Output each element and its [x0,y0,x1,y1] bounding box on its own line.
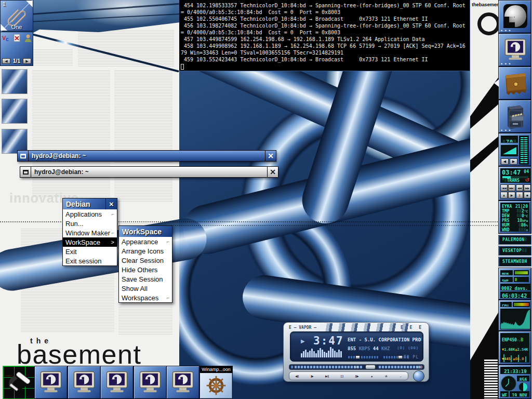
terminal-miniwindow-1[interactable] [34,366,68,399]
menu-item-show-all[interactable]: Show All [119,284,172,293]
menu-item-applications[interactable]: Applications⌐ [63,209,117,219]
menu-item-run-[interactable]: Run... [63,219,117,228]
next-button[interactable]: ||▶ [355,375,359,378]
dock-clock-app[interactable]: 21:33:19 856 WE 19 NOV [498,365,531,399]
dock-gnustep-icon[interactable]: • • • [498,0,531,33]
skip-back-button[interactable]: |◀◀ [500,184,508,191]
dock-filecabinet-launcher[interactable]: • • • [498,100,531,133]
terminal-monitor-icon [503,38,527,62]
winamp-shade-buttons[interactable]: E E E [401,325,423,330]
seek-bar[interactable]: 0 50 100 [289,364,424,370]
clock-counter: 856 [517,376,529,381]
terminal-miniwindow-2[interactable] [68,366,101,399]
graph-button[interactable]: ılı [385,375,387,378]
root-menu-title-text: Debian [66,200,90,208]
workspace-pager[interactable]: Vc ◀ 1/1 ▶ [0,32,33,66]
dock-net-app[interactable]: ENP4S0▼▲B ▼1.68K▲2.54K ▼445 ▲66.0 [498,331,531,365]
terminal-miniwindow-3[interactable] [100,366,134,399]
winamp-display: ▶ 3:47 ENT - S.U. CORPORATION PROUDLY 85… [290,331,423,362]
stop-button[interactable]: [ ] [341,375,343,378]
dock-weather-app[interactable]: EYKA21|20TMP882°CDEW880°CPRS10hPaHUM886%… [498,201,531,234]
vc-app-icon[interactable]: Vc [2,34,10,42]
terminal-line: 458 103.449908962 192.168.1.189 → 162.25… [181,43,468,49]
workspace-clip[interactable]: 1 One [0,0,33,31]
fast-forward-button[interactable]: ▶▶ [524,184,531,191]
window-title[interactable]: hydroJ@debian: ~ [31,166,267,178]
close-button[interactable]: ✕ [267,166,278,178]
winamp-miniwindow[interactable]: Winamp...oon [200,366,233,399]
terminal-monitor-icon [72,370,96,394]
pager-prev-button[interactable]: ◀ [2,58,10,64]
wallpaper-barcode [484,358,498,399]
menu-item-exit-session[interactable]: Exit session [63,256,117,265]
gnustep-tool-icon[interactable] [3,366,36,399]
pause-button[interactable]: || [516,192,523,198]
window-title-text: hydroJ@debian: ~ [34,168,89,176]
mixer-prev-button[interactable]: ◀ [501,158,509,165]
menu-close-icon[interactable]: × [105,198,117,209]
window-titlebar-focused[interactable]: hydroJ@debian: ~ ✕ [17,150,276,162]
terminal-line: 454 102.198533357 TechnicolorD_10:84:bd … [181,2,468,9]
window-titlebar-unfocused[interactable]: hydroJ@debian: ~ ✕ [20,166,278,178]
terminal-window[interactable]: 454 102.198533357 TechnicolorD_10:84:bd … [179,0,470,71]
prev-button[interactable]: ◀|| [295,375,299,378]
menu-item-workspaces[interactable]: Workspaces⌐ [119,293,172,302]
workspace-number: 1 [3,1,6,7]
dock-terminal-launcher[interactable]: • • • [498,33,531,66]
stop-button[interactable]: ■ [524,192,531,198]
pager-next-button[interactable]: ▶ [23,58,31,64]
terminal-line: = 0/4000/a0:b5:3c:10:84:bd Cost = 0 Port… [181,9,468,16]
terminal-miniwindow-4[interactable] [134,366,167,399]
wallpaper-right-panel: thebasement [470,0,499,399]
eject-button[interactable]: ▲ [370,375,373,378]
workspace-submenu-title[interactable]: WorkSpace [119,226,172,237]
menu-item-window-maker[interactable]: Window Maker⌐ [63,228,117,237]
winamp-player[interactable]: E — VAPOR — E E E ▶ 3:47 ENT - S.U. CORP… [283,322,429,382]
skip-forward-button[interactable]: ▶▶| [508,184,515,191]
menu-item-arrange-icons[interactable]: Arrange Icons [119,246,172,256]
menu-item-workspace[interactable]: WorkSpace> [63,237,117,247]
seek-handle[interactable] [365,365,376,369]
play-button[interactable]: ▶ [508,192,515,198]
eject-button[interactable]: ▲ [500,192,508,198]
dock-sysmon-app[interactable]: MEM SWP 0002 days, 06:03:42 [498,268,531,300]
volume-wedge[interactable] [501,145,518,156]
play-button[interactable]: |▶ [311,375,313,378]
menu-item-exit[interactable]: Exit [63,247,117,256]
rewind-button[interactable]: ◀◀ [516,184,523,191]
winamp-orb-button[interactable] [413,370,424,382]
winamp-transport-buttons[interactable]: ◀|||▶▶||[ ]||▶▲ılı→ [289,371,408,380]
dock-transclock-app[interactable]: 03:47 04 *8TRANS ↺ |◀◀ ▶▶| ◀◀ ▶▶ ▲ ▶ || … [498,166,531,201]
dock-mixer-app[interactable]: 8708 ◀ ▶ [498,133,531,166]
menu-item-clear-session[interactable]: Clear Session [119,256,172,265]
balance-slider[interactable] [348,355,379,359]
vu-meter [519,136,529,165]
eq-pl-buttons[interactable]: EQ PL [404,355,419,360]
window-title[interactable]: hydroJ@debian: ~ [29,150,265,162]
user-icon[interactable] [24,34,32,42]
winamp-title: E — VAPOR — [289,325,316,330]
menu-item-hide-others[interactable]: Hide Others [119,265,172,274]
file-x-icon[interactable] [13,34,21,42]
terminal-line: 459 103.552423443 TechnicolorD_10:84:bd … [181,56,468,63]
dock-cpu-app[interactable]: CPU [498,300,531,331]
launcher-button-vesktop[interactable]: VESKTOP88 [498,246,531,256]
wallpaper-dotted-line [171,225,498,226]
close-button[interactable]: ✕ [265,150,276,162]
dock-hide-arrow-icon[interactable] [494,79,499,87]
launcher-button-palemoon[interactable]: PALEMOON8 [498,235,531,245]
launcher-button-steamwebh[interactable]: STEAMWEBH [498,257,531,267]
miniaturize-button[interactable] [17,150,29,162]
dock-drawer-launcher[interactable] [498,66,531,100]
mixer-next-button[interactable]: ▶ [510,158,517,165]
menu-item-appearance[interactable]: Appearance⌐ [119,237,172,246]
pause-button[interactable]: ▶|| [325,375,329,378]
menu-item-save-session[interactable]: Save Session [119,274,172,284]
moon-phase-icon [518,382,528,392]
svg-text:c: c [6,36,9,42]
submenu-arrow-icon: ⌐ [167,239,169,244]
arrow-button[interactable]: → [399,375,402,378]
terminal-miniwindow-5[interactable] [166,366,200,399]
miniaturize-button[interactable] [20,166,31,178]
root-menu-title[interactable]: Debian× [63,198,117,209]
